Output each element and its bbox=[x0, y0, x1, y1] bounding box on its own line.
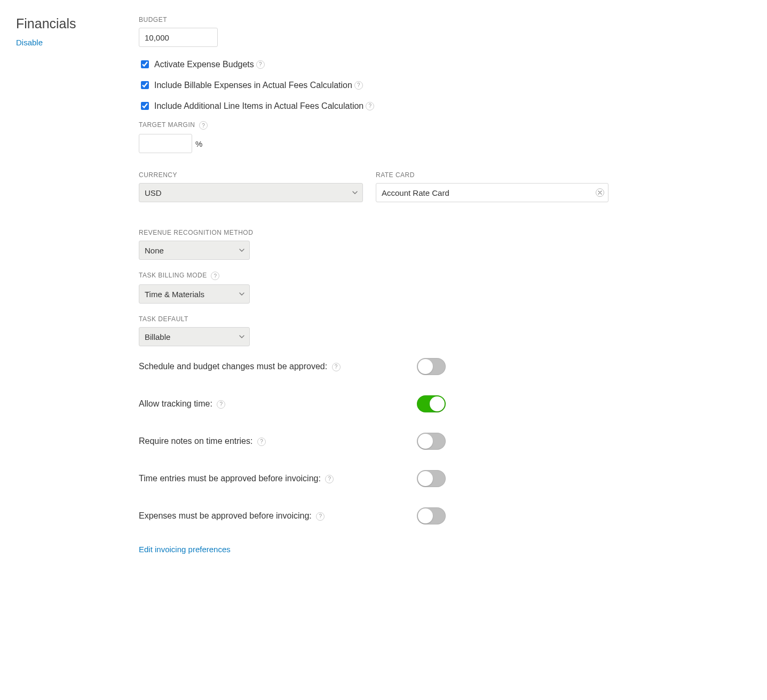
task-billing-mode-value: Time & Materials bbox=[145, 290, 204, 299]
revenue-method-label: REVENUE RECOGNITION METHOD bbox=[139, 229, 608, 236]
task-billing-mode-select[interactable]: Time & Materials bbox=[139, 284, 250, 304]
toggle-label-schedule-budget: Schedule and budget changes must be appr… bbox=[139, 362, 327, 371]
toggle-label-require-notes: Require notes on time entries: bbox=[139, 436, 252, 446]
task-default-value: Billable bbox=[145, 332, 170, 341]
revenue-method-value: None bbox=[145, 246, 164, 255]
checkbox-include-line-items[interactable]: Include Additional Line Items in Actual … bbox=[139, 100, 608, 112]
checkbox-label: Activate Expense Budgets bbox=[154, 60, 254, 69]
clear-icon[interactable] bbox=[596, 188, 604, 197]
checkbox-label: Include Additional Line Items in Actual … bbox=[154, 101, 363, 111]
task-default-select[interactable]: Billable bbox=[139, 327, 250, 346]
rate-card-label: RATE CARD bbox=[376, 171, 608, 179]
currency-label: CURRENCY bbox=[139, 171, 363, 179]
disable-link[interactable]: Disable bbox=[16, 38, 43, 47]
help-icon[interactable]: ? bbox=[316, 512, 325, 521]
help-icon[interactable]: ? bbox=[257, 438, 266, 446]
help-icon[interactable]: ? bbox=[217, 400, 225, 409]
revenue-method-select[interactable]: None bbox=[139, 241, 250, 260]
toggle-time-entries-approved[interactable] bbox=[417, 470, 446, 487]
toggle-expenses-approved[interactable] bbox=[417, 507, 446, 524]
edit-invoicing-preferences-link[interactable]: Edit invoicing preferences bbox=[139, 545, 231, 554]
checkbox-include-billable-expenses[interactable]: Include Billable Expenses in Actual Fees… bbox=[139, 79, 608, 91]
budget-label: BUDGET bbox=[139, 16, 608, 23]
checkbox-label: Include Billable Expenses in Actual Fees… bbox=[154, 81, 352, 90]
task-billing-mode-label: TASK BILLING MODE ? bbox=[139, 272, 608, 280]
target-margin-input[interactable] bbox=[139, 134, 192, 153]
target-margin-label-text: TARGET MARGIN bbox=[139, 121, 195, 129]
target-margin-label: TARGET MARGIN ? bbox=[139, 121, 608, 130]
checkbox-input-include-line-items[interactable] bbox=[141, 102, 149, 110]
section-title: Financials bbox=[16, 16, 139, 31]
help-icon[interactable]: ? bbox=[354, 81, 363, 90]
help-icon[interactable]: ? bbox=[211, 272, 219, 280]
task-default-label: TASK DEFAULT bbox=[139, 315, 608, 323]
help-icon[interactable]: ? bbox=[332, 363, 341, 371]
help-icon[interactable]: ? bbox=[256, 60, 265, 69]
toggle-allow-tracking-time[interactable] bbox=[417, 395, 446, 412]
checkbox-input-include-billable-expenses[interactable] bbox=[141, 81, 149, 89]
help-icon[interactable]: ? bbox=[366, 102, 374, 110]
toggle-require-notes[interactable] bbox=[417, 433, 446, 450]
toggle-label-expenses-approved: Expenses must be approved before invoici… bbox=[139, 511, 312, 520]
toggle-label-time-entries-approved: Time entries must be approved before inv… bbox=[139, 474, 321, 483]
toggle-label-allow-tracking-time: Allow tracking time: bbox=[139, 399, 212, 408]
checkbox-input-activate-expense-budgets[interactable] bbox=[141, 60, 149, 68]
percent-suffix: % bbox=[195, 139, 202, 148]
task-billing-mode-label-text: TASK BILLING MODE bbox=[139, 272, 207, 279]
help-icon[interactable]: ? bbox=[325, 475, 334, 483]
budget-input[interactable] bbox=[139, 28, 218, 47]
currency-select[interactable]: USD bbox=[139, 183, 363, 202]
toggle-schedule-budget[interactable] bbox=[417, 358, 446, 375]
currency-select-value: USD bbox=[145, 188, 162, 197]
help-icon[interactable]: ? bbox=[199, 121, 208, 130]
rate-card-input[interactable] bbox=[376, 183, 608, 202]
checkbox-activate-expense-budgets[interactable]: Activate Expense Budgets ? bbox=[139, 59, 608, 70]
